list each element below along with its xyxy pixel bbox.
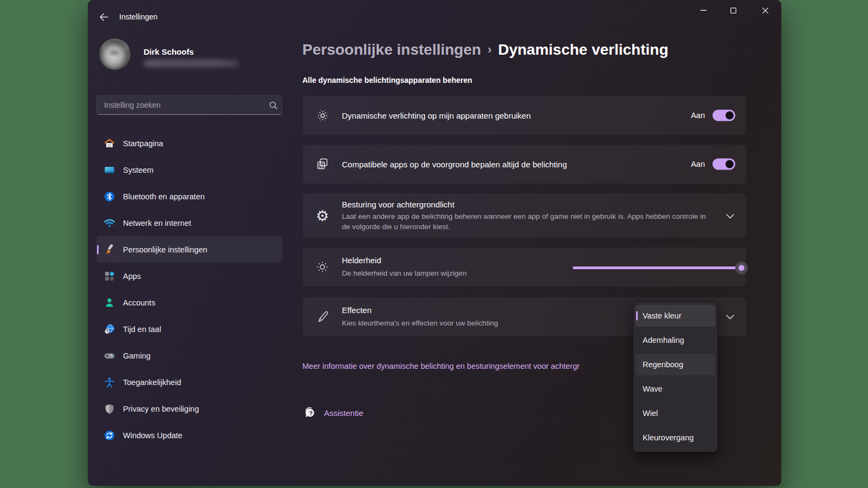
page-title: Dynamische verlichting (498, 41, 668, 58)
gamepad-icon (104, 350, 115, 361)
search-input[interactable] (97, 101, 264, 109)
flyout-option-vaste-kleur[interactable]: Vaste kleur (636, 305, 715, 327)
compatible-apps-toggle[interactable] (712, 159, 735, 170)
card-title: Compatibele apps op de voorgrond bepalen… (342, 160, 567, 169)
effects-pen-icon (315, 309, 330, 324)
sidebar-item-label: Windows Update (123, 431, 183, 440)
learn-more-link[interactable]: Meer informatie over dynamische belichti… (302, 362, 580, 370)
sidebar-item-label: Gaming (123, 352, 151, 360)
assistance-label: Assistentie (324, 408, 364, 418)
sidebar-item-bluetooth[interactable]: Bluetooth en apparaten (96, 183, 282, 210)
card-use-dynamic-lighting: Dynamische verlichting op mijn apparaten… (302, 95, 747, 135)
sidebar-item-accounts[interactable]: Accounts (96, 289, 282, 316)
sidebar-item-label: Tijd en taal (123, 325, 161, 334)
desktop: { "titlebar": {"app_title": "Instellinge… (0, 0, 868, 488)
sidebar-item-label: Apps (123, 272, 141, 281)
sidebar-item-time-language[interactable]: Tijd en taal (96, 316, 282, 342)
assistance-link[interactable]: ? Assistentie (302, 405, 364, 420)
app-title: Instellingen (119, 12, 158, 21)
apps-grid-icon (104, 271, 115, 282)
accessibility-person-icon (104, 377, 115, 388)
search-box[interactable] (96, 95, 282, 115)
card-description: Kies kleurthema's en effecten voor uw be… (342, 318, 498, 328)
sidebar-item-label: Startpagina (123, 139, 163, 148)
sidebar-item-label: Privacy en beveiliging (123, 405, 199, 413)
settings-window: Instellingen Dirk Schoofs Startpagina Sy (88, 0, 781, 486)
slider-thumb[interactable] (735, 262, 748, 274)
sidebar-item-personalization[interactable]: Persoonlijke instellingen (96, 236, 282, 263)
sidebar-item-system[interactable]: Systeem (96, 157, 282, 183)
card-title: Dynamische verlichting op mijn apparaten… (342, 111, 531, 120)
svg-text:?: ? (309, 410, 312, 417)
shield-icon (104, 404, 115, 414)
back-button[interactable] (96, 10, 111, 23)
card-title: Besturing voor achtergrondlicht (342, 200, 455, 209)
close-icon (762, 8, 768, 14)
sidebar-item-windows-update[interactable]: Windows Update (96, 422, 282, 448)
card-brightness: Helderheid De helderheid van uw lampen w… (302, 247, 747, 287)
bluetooth-icon (104, 191, 115, 202)
sidebar-item-label: Persoonlijke instellingen (123, 245, 208, 254)
card-compatible-apps: Compatibele apps op de voorgrond bepalen… (302, 144, 747, 184)
paintbrush-icon (104, 244, 115, 255)
globe-clock-icon (104, 324, 115, 335)
toggle-knob (726, 160, 734, 168)
dynamic-lighting-toggle[interactable] (712, 110, 735, 121)
breadcrumb-separator-icon: › (481, 43, 498, 56)
avatar-photo (99, 38, 131, 70)
flyout-option-ademhaling[interactable]: Ademhaling (636, 329, 715, 351)
avatar[interactable] (99, 38, 131, 70)
sync-icon (104, 430, 115, 441)
system-icon (104, 165, 115, 175)
close-button[interactable] (753, 1, 778, 19)
help-bubble-icon: ? (302, 405, 318, 420)
wifi-icon (104, 218, 115, 229)
card-background-light-control[interactable]: ⚙ Besturing voor achtergrondlicht Laat e… (302, 193, 747, 238)
gear-icon: ⚙ (315, 208, 330, 223)
sidebar-item-apps[interactable]: Apps (96, 263, 282, 289)
combobox-chevron-down-icon[interactable] (726, 314, 734, 320)
flyout-option-kleurovergang[interactable]: Kleurovergang (636, 427, 715, 448)
card-title: Effecten (342, 305, 372, 315)
apps-foreground-icon (315, 157, 330, 172)
arrow-left-icon (99, 13, 108, 21)
sidebar-item-label: Toegankelijkheid (123, 378, 181, 387)
search-icon[interactable] (264, 101, 282, 109)
section-title: Alle dynamische belichtingsapparaten beh… (302, 76, 472, 84)
card-description: De helderheid van uw lampen wijzigen (342, 268, 467, 278)
profile-email-redacted (144, 60, 239, 67)
profile-name: Dirk Schoofs (144, 47, 194, 56)
sidebar-item-network[interactable]: Netwerk en internet (96, 210, 282, 236)
sidebar-item-label: Netwerk en internet (123, 219, 191, 227)
brightness-slider[interactable] (573, 248, 742, 288)
card-title: Helderheid (342, 256, 381, 265)
toggle-knob (726, 112, 734, 120)
card-description: Laat een andere app de belichting behere… (342, 211, 711, 232)
flyout-option-regenboog[interactable]: Regenboog (636, 354, 715, 375)
toggle-state-label: Aan (691, 160, 705, 168)
home-icon (104, 138, 115, 149)
flyout-option-wiel[interactable]: Wiel (636, 402, 715, 424)
breadcrumb: Persoonlijke instellingen›Dynamische ver… (302, 41, 669, 58)
flyout-option-wave[interactable]: Wave (636, 378, 715, 400)
sidebar-item-privacy[interactable]: Privacy en beveiliging (96, 395, 282, 422)
sidebar-item-home[interactable]: Startpagina (96, 130, 282, 157)
chevron-down-icon[interactable] (726, 213, 734, 219)
breadcrumb-parent[interactable]: Persoonlijke instellingen (302, 41, 481, 58)
sidebar-item-accessibility[interactable]: Toegankelijkheid (96, 369, 282, 395)
effects-dropdown-flyout: Vaste kleur Ademhaling Regenboog Wave Wi… (633, 301, 718, 452)
sidebar-item-label: Systeem (123, 166, 153, 174)
person-icon (104, 297, 115, 308)
brightness-icon (315, 259, 330, 275)
sidebar-item-gaming[interactable]: Gaming (96, 342, 282, 369)
toggle-state-label: Aan (691, 111, 705, 120)
slider-track[interactable] (573, 266, 742, 269)
sidebar-item-label: Accounts (123, 298, 156, 307)
sidebar-item-label: Bluetooth en apparaten (123, 192, 205, 201)
sidebar-nav: Startpagina Systeem Bluetooth en apparat… (96, 130, 282, 448)
dynamic-lighting-icon (315, 108, 330, 123)
